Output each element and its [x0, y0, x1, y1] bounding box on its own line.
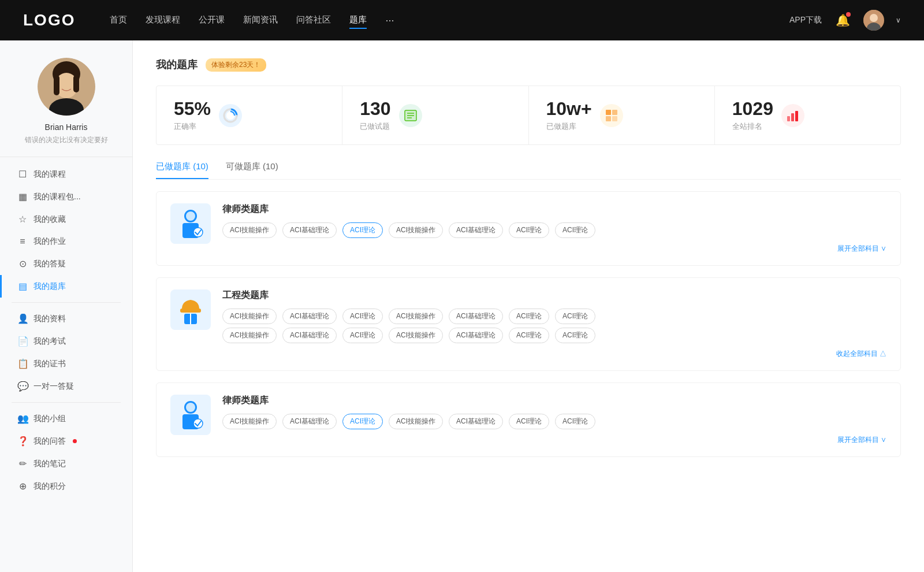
- bank-tag[interactable]: ACI理论: [509, 328, 549, 343]
- svg-rect-6: [54, 75, 59, 95]
- sidebar-label-my-homework: 我的作业: [33, 236, 66, 247]
- svg-rect-18: [606, 116, 611, 121]
- bank-tag[interactable]: ACI基础理论: [449, 414, 503, 429]
- bank-tag[interactable]: ACI技能操作: [389, 222, 443, 238]
- homework-icon: ≡: [17, 236, 28, 247]
- bank-tag[interactable]: ACI理论: [555, 328, 595, 343]
- nav-question-bank[interactable]: 题库: [349, 12, 367, 29]
- bank-collapse-engineer[interactable]: 收起全部科目 △: [222, 347, 886, 359]
- nav-home[interactable]: 首页: [110, 12, 127, 29]
- bank-tag[interactable]: ACI技能操作: [389, 328, 443, 343]
- question-circle-icon: ⊙: [17, 258, 28, 269]
- sidebar-label-my-exam: 我的考试: [33, 336, 66, 347]
- bank-tag[interactable]: ACI理论: [342, 309, 383, 324]
- bank-expand-3[interactable]: 展开全部科目 ∨: [222, 433, 886, 445]
- bank-tag[interactable]: ACI基础理论: [449, 222, 503, 238]
- bank-content-engineer: 工程类题库 ACI技能操作 ACI基础理论 ACI理论 ACI技能操作 ACI基…: [222, 289, 886, 359]
- svg-rect-7: [73, 75, 79, 92]
- stat-done-banks-text: 10w+ 已做题库: [546, 99, 592, 132]
- logo[interactable]: LOGO: [23, 11, 75, 29]
- bank-tag-active[interactable]: ACI理论: [342, 222, 383, 238]
- bank-tag[interactable]: ACI理论: [509, 414, 549, 429]
- avatar[interactable]: [863, 10, 884, 31]
- svg-rect-20: [787, 116, 790, 121]
- bank-tag[interactable]: ACI理论: [555, 309, 595, 324]
- bar-chart-icon: [785, 108, 800, 123]
- bank-tag[interactable]: ACI理论: [509, 309, 549, 324]
- sidebar-label-my-questions: 我的问答: [33, 436, 66, 447]
- stat-done-questions-icon: [399, 104, 422, 127]
- bank-tag[interactable]: ACI技能操作: [222, 328, 277, 343]
- nav-qa[interactable]: 问答社区: [296, 12, 331, 29]
- page-header: 我的题库 体验剩余23天！: [156, 58, 901, 72]
- bank-name-lawyer-2: 律师类题库: [222, 395, 886, 407]
- bank-tag[interactable]: ACI基础理论: [449, 328, 503, 343]
- sidebar-item-my-question-bank[interactable]: ▤ 我的题库: [0, 275, 132, 298]
- points-icon: ⊕: [17, 481, 28, 492]
- bank-tag[interactable]: ACI基础理论: [282, 328, 337, 343]
- svg-rect-21: [791, 113, 794, 121]
- sidebar-menu: ☐ 我的课程 ▦ 我的课程包... ☆ 我的收藏 ≡ 我的作业 ⊙ 我的答疑 ▤…: [0, 157, 132, 503]
- tab-available-banks[interactable]: 可做题库 (10): [226, 161, 278, 179]
- bank-tag-active[interactable]: ACI理论: [342, 414, 383, 429]
- sidebar-item-my-certificate[interactable]: 📋 我的证书: [0, 352, 132, 375]
- stat-accuracy-text: 55% 正确率: [174, 99, 211, 132]
- sidebar-item-my-qa[interactable]: ⊙ 我的答疑: [0, 252, 132, 275]
- stat-done-questions: 130 已做试题: [342, 86, 528, 144]
- bank-tag[interactable]: ACI基础理论: [282, 222, 337, 238]
- sidebar-item-my-notes[interactable]: ✏ 我的笔记: [0, 452, 132, 475]
- bank-tag[interactable]: ACI技能操作: [389, 414, 443, 429]
- bank-tag[interactable]: ACI技能操作: [222, 222, 277, 238]
- bank-tags-lawyer-2: ACI技能操作 ACI基础理论 ACI理论 ACI技能操作 ACI基础理论 AC…: [222, 414, 886, 429]
- nav-news[interactable]: 新闻资讯: [243, 12, 278, 29]
- nav-more[interactable]: ···: [385, 12, 394, 29]
- star-icon: ☆: [17, 214, 28, 225]
- bank-tag[interactable]: ACI理论: [555, 222, 595, 238]
- bank-tag[interactable]: ACI技能操作: [222, 309, 277, 324]
- bank-tags-lawyer-1: ACI技能操作 ACI基础理论 ACI理论 ACI技能操作 ACI基础理论 AC…: [222, 222, 886, 238]
- sidebar-item-my-points[interactable]: ⊕ 我的积分: [0, 475, 132, 497]
- bank-tag[interactable]: ACI理论: [509, 222, 549, 238]
- stat-accuracy: 55% 正确率: [157, 86, 342, 144]
- nav-courses[interactable]: 发现课程: [146, 12, 180, 29]
- avatar-dropdown-arrow[interactable]: ∨: [896, 16, 901, 24]
- bank-tag[interactable]: ACI理论: [342, 328, 383, 343]
- sidebar-item-my-courses[interactable]: ☐ 我的课程: [0, 163, 132, 185]
- nav-open-course[interactable]: 公开课: [199, 12, 225, 29]
- bank-tag[interactable]: ACI技能操作: [389, 309, 443, 324]
- bank-card-engineer: 工程类题库 ACI技能操作 ACI基础理论 ACI理论 ACI技能操作 ACI基…: [156, 277, 901, 371]
- sidebar-label-my-favorites: 我的收藏: [33, 214, 66, 225]
- sidebar-item-my-exam[interactable]: 📄 我的考试: [0, 330, 132, 352]
- sidebar-divider-1: [12, 302, 121, 303]
- sidebar-item-my-questions[interactable]: ❓ 我的问答: [0, 430, 132, 452]
- bank-tag[interactable]: ACI基础理论: [282, 309, 337, 324]
- stat-rank-text: 1029 全站排名: [732, 99, 773, 132]
- sidebar-item-one-on-one[interactable]: 💬 一对一答疑: [0, 375, 132, 398]
- notes-icon: ✏: [17, 458, 28, 469]
- bank-name-lawyer-1: 律师类题库: [222, 203, 886, 216]
- lawyer-icon-2: [176, 399, 205, 431]
- notification-bell[interactable]: 🔔: [833, 11, 852, 29]
- stat-rank-label: 全站排名: [732, 121, 773, 132]
- profile-avatar: [38, 58, 95, 116]
- sidebar-item-my-group[interactable]: 👥 我的小组: [0, 407, 132, 430]
- bank-tag[interactable]: ACI基础理论: [449, 309, 503, 324]
- sidebar-label-one-on-one: 一对一答疑: [33, 381, 74, 392]
- notification-badge: [846, 12, 851, 17]
- tab-done-banks[interactable]: 已做题库 (10): [156, 161, 208, 179]
- sidebar-label-my-certificate: 我的证书: [33, 359, 66, 369]
- pie-chart-icon: [222, 107, 239, 124]
- bank-tag[interactable]: ACI基础理论: [282, 414, 337, 429]
- bank-tag[interactable]: ACI技能操作: [222, 414, 277, 429]
- sidebar-item-my-course-packs[interactable]: ▦ 我的课程包...: [0, 185, 132, 208]
- main-content: 我的题库 体验剩余23天！ 55% 正确率: [133, 40, 924, 572]
- bank-expand-1[interactable]: 展开全部科目 ∨: [222, 242, 886, 254]
- sidebar-item-my-profile[interactable]: 👤 我的资料: [0, 307, 132, 330]
- sidebar-item-my-homework[interactable]: ≡ 我的作业: [0, 231, 132, 252]
- engineer-icon: [176, 294, 205, 326]
- stat-done-questions-value: 130: [360, 99, 390, 119]
- bank-tag[interactable]: ACI理论: [555, 414, 595, 429]
- stat-rank-icon: [781, 104, 804, 127]
- app-download-button[interactable]: APP下载: [789, 15, 822, 25]
- sidebar-item-my-favorites[interactable]: ☆ 我的收藏: [0, 208, 132, 231]
